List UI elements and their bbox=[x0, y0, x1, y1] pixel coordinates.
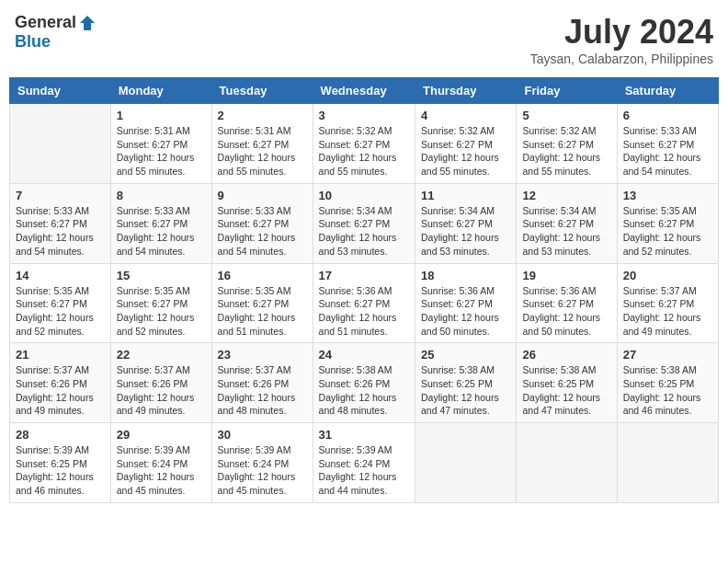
day-number: 8 bbox=[117, 189, 206, 202]
day-number: 12 bbox=[522, 189, 610, 202]
calendar-week-4: 21Sunrise: 5:37 AM Sunset: 6:26 PM Dayli… bbox=[10, 343, 719, 423]
month-year: July 2024 bbox=[530, 13, 713, 52]
day-detail: Sunrise: 5:36 AM Sunset: 6:27 PM Dayligh… bbox=[319, 284, 409, 339]
calendar-cell: 1Sunrise: 5:31 AM Sunset: 6:27 PM Daylig… bbox=[110, 104, 211, 184]
logo-icon bbox=[78, 14, 97, 32]
day-number: 2 bbox=[218, 109, 307, 122]
day-number: 11 bbox=[421, 189, 510, 202]
day-number: 18 bbox=[421, 269, 510, 282]
calendar-cell: 13Sunrise: 5:35 AM Sunset: 6:27 PM Dayli… bbox=[617, 183, 718, 263]
location: Taysan, Calabarzon, Philippines bbox=[530, 52, 713, 66]
calendar-header-saturday: Saturday bbox=[617, 78, 718, 104]
calendar-cell: 28Sunrise: 5:39 AM Sunset: 6:25 PM Dayli… bbox=[10, 423, 111, 503]
logo-blue-text: Blue bbox=[15, 32, 51, 52]
calendar-cell: 7Sunrise: 5:33 AM Sunset: 6:27 PM Daylig… bbox=[10, 183, 111, 263]
day-detail: Sunrise: 5:31 AM Sunset: 6:27 PM Dayligh… bbox=[218, 124, 307, 178]
day-detail: Sunrise: 5:39 AM Sunset: 6:24 PM Dayligh… bbox=[218, 443, 307, 498]
day-number: 10 bbox=[319, 189, 409, 202]
day-number: 22 bbox=[117, 348, 206, 362]
day-number: 4 bbox=[421, 109, 510, 122]
day-detail: Sunrise: 5:31 AM Sunset: 6:27 PM Dayligh… bbox=[117, 124, 206, 178]
day-detail: Sunrise: 5:39 AM Sunset: 6:24 PM Dayligh… bbox=[319, 443, 409, 498]
calendar-header-tuesday: Tuesday bbox=[211, 78, 313, 104]
day-number: 28 bbox=[16, 428, 105, 442]
calendar-week-5: 28Sunrise: 5:39 AM Sunset: 6:25 PM Dayli… bbox=[10, 423, 719, 503]
calendar-cell: 11Sunrise: 5:34 AM Sunset: 6:27 PM Dayli… bbox=[415, 183, 517, 263]
day-detail: Sunrise: 5:33 AM Sunset: 6:27 PM Dayligh… bbox=[218, 204, 307, 259]
day-number: 7 bbox=[16, 189, 105, 202]
day-detail: Sunrise: 5:39 AM Sunset: 6:25 PM Dayligh… bbox=[16, 443, 105, 498]
calendar-cell bbox=[517, 423, 617, 503]
day-number: 3 bbox=[319, 109, 409, 122]
day-number: 5 bbox=[522, 109, 610, 122]
calendar-cell: 24Sunrise: 5:38 AM Sunset: 6:26 PM Dayli… bbox=[313, 343, 415, 423]
day-detail: Sunrise: 5:34 AM Sunset: 6:27 PM Dayligh… bbox=[319, 204, 409, 259]
calendar-cell: 16Sunrise: 5:35 AM Sunset: 6:27 PM Dayli… bbox=[211, 263, 313, 343]
calendar-cell: 29Sunrise: 5:39 AM Sunset: 6:24 PM Dayli… bbox=[110, 423, 211, 503]
calendar-header-friday: Friday bbox=[517, 78, 617, 104]
day-detail: Sunrise: 5:32 AM Sunset: 6:27 PM Dayligh… bbox=[319, 124, 409, 178]
calendar-cell: 18Sunrise: 5:36 AM Sunset: 6:27 PM Dayli… bbox=[415, 263, 517, 343]
calendar-cell: 10Sunrise: 5:34 AM Sunset: 6:27 PM Dayli… bbox=[313, 183, 415, 263]
calendar-cell: 23Sunrise: 5:37 AM Sunset: 6:26 PM Dayli… bbox=[211, 343, 313, 423]
calendar-cell: 12Sunrise: 5:34 AM Sunset: 6:27 PM Dayli… bbox=[517, 183, 617, 263]
calendar-cell: 15Sunrise: 5:35 AM Sunset: 6:27 PM Dayli… bbox=[110, 263, 211, 343]
calendar-cell: 14Sunrise: 5:35 AM Sunset: 6:27 PM Dayli… bbox=[10, 263, 111, 343]
svg-marker-0 bbox=[80, 16, 95, 30]
day-detail: Sunrise: 5:37 AM Sunset: 6:27 PM Dayligh… bbox=[623, 284, 712, 339]
calendar-cell: 31Sunrise: 5:39 AM Sunset: 6:24 PM Dayli… bbox=[313, 423, 415, 503]
calendar-cell: 20Sunrise: 5:37 AM Sunset: 6:27 PM Dayli… bbox=[617, 263, 718, 343]
calendar-header-thursday: Thursday bbox=[415, 78, 517, 104]
day-detail: Sunrise: 5:34 AM Sunset: 6:27 PM Dayligh… bbox=[421, 204, 510, 259]
day-number: 14 bbox=[16, 269, 105, 282]
day-number: 26 bbox=[522, 348, 610, 362]
day-number: 6 bbox=[623, 109, 712, 122]
calendar-cell: 22Sunrise: 5:37 AM Sunset: 6:26 PM Dayli… bbox=[110, 343, 211, 423]
day-number: 20 bbox=[623, 269, 712, 282]
calendar-header-row: SundayMondayTuesdayWednesdayThursdayFrid… bbox=[10, 78, 719, 104]
logo: General Blue bbox=[15, 13, 97, 52]
calendar-cell: 9Sunrise: 5:33 AM Sunset: 6:27 PM Daylig… bbox=[211, 183, 313, 263]
day-detail: Sunrise: 5:35 AM Sunset: 6:27 PM Dayligh… bbox=[623, 204, 712, 259]
title-section: July 2024 Taysan, Calabarzon, Philippine… bbox=[530, 13, 713, 66]
calendar-week-1: 1Sunrise: 5:31 AM Sunset: 6:27 PM Daylig… bbox=[10, 104, 719, 184]
calendar-cell bbox=[10, 104, 111, 184]
day-detail: Sunrise: 5:38 AM Sunset: 6:25 PM Dayligh… bbox=[623, 363, 712, 418]
day-detail: Sunrise: 5:36 AM Sunset: 6:27 PM Dayligh… bbox=[421, 284, 510, 339]
calendar-cell: 27Sunrise: 5:38 AM Sunset: 6:25 PM Dayli… bbox=[617, 343, 718, 423]
day-number: 19 bbox=[522, 269, 610, 282]
calendar-cell: 5Sunrise: 5:32 AM Sunset: 6:27 PM Daylig… bbox=[517, 104, 617, 184]
calendar-cell: 25Sunrise: 5:38 AM Sunset: 6:25 PM Dayli… bbox=[415, 343, 517, 423]
day-number: 21 bbox=[16, 348, 105, 362]
day-detail: Sunrise: 5:33 AM Sunset: 6:27 PM Dayligh… bbox=[623, 124, 712, 178]
day-detail: Sunrise: 5:35 AM Sunset: 6:27 PM Dayligh… bbox=[117, 284, 206, 339]
day-number: 27 bbox=[623, 348, 712, 362]
calendar-header-monday: Monday bbox=[110, 78, 211, 104]
day-detail: Sunrise: 5:34 AM Sunset: 6:27 PM Dayligh… bbox=[522, 204, 610, 259]
calendar-cell: 4Sunrise: 5:32 AM Sunset: 6:27 PM Daylig… bbox=[415, 104, 517, 184]
logo-general-text: General bbox=[15, 13, 76, 32]
day-number: 25 bbox=[421, 348, 510, 362]
day-detail: Sunrise: 5:38 AM Sunset: 6:25 PM Dayligh… bbox=[421, 363, 510, 418]
day-detail: Sunrise: 5:37 AM Sunset: 6:26 PM Dayligh… bbox=[16, 363, 105, 418]
calendar-table: SundayMondayTuesdayWednesdayThursdayFrid… bbox=[9, 77, 719, 503]
calendar-cell bbox=[415, 423, 517, 503]
calendar-cell: 21Sunrise: 5:37 AM Sunset: 6:26 PM Dayli… bbox=[10, 343, 111, 423]
day-number: 15 bbox=[117, 269, 206, 282]
calendar-week-2: 7Sunrise: 5:33 AM Sunset: 6:27 PM Daylig… bbox=[10, 183, 719, 263]
day-number: 31 bbox=[319, 428, 409, 442]
calendar-cell: 17Sunrise: 5:36 AM Sunset: 6:27 PM Dayli… bbox=[313, 263, 415, 343]
calendar-cell: 2Sunrise: 5:31 AM Sunset: 6:27 PM Daylig… bbox=[211, 104, 313, 184]
calendar-header-sunday: Sunday bbox=[10, 78, 111, 104]
day-detail: Sunrise: 5:35 AM Sunset: 6:27 PM Dayligh… bbox=[16, 284, 105, 339]
header: General Blue July 2024 Taysan, Calabarzo… bbox=[9, 9, 719, 70]
day-number: 23 bbox=[218, 348, 307, 362]
calendar-cell: 3Sunrise: 5:32 AM Sunset: 6:27 PM Daylig… bbox=[313, 104, 415, 184]
day-detail: Sunrise: 5:39 AM Sunset: 6:24 PM Dayligh… bbox=[117, 443, 206, 498]
day-number: 29 bbox=[117, 428, 206, 442]
day-number: 1 bbox=[117, 109, 206, 122]
day-number: 17 bbox=[319, 269, 409, 282]
day-number: 24 bbox=[319, 348, 409, 362]
day-detail: Sunrise: 5:35 AM Sunset: 6:27 PM Dayligh… bbox=[218, 284, 307, 339]
day-detail: Sunrise: 5:32 AM Sunset: 6:27 PM Dayligh… bbox=[522, 124, 610, 178]
